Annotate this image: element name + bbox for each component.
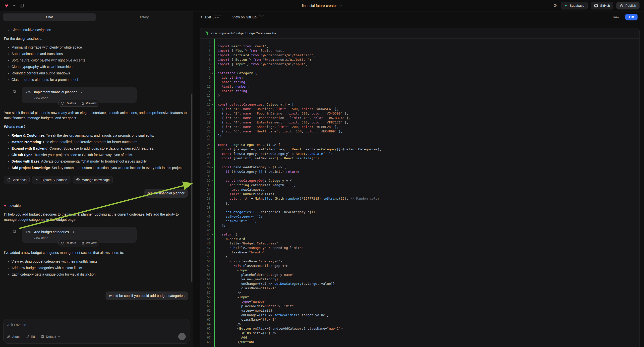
- file-header[interactable]: src/components/budget/BudgetCategories.t…: [200, 28, 639, 38]
- line-number: 66: [200, 331, 214, 335]
- visit-docs-button[interactable]: Visit docs: [4, 176, 30, 184]
- code-line: { id: '4', name: 'Entertainment', limit:…: [218, 120, 639, 125]
- version-card-title: Implement financial planner: [34, 90, 77, 95]
- bookmark-icon[interactable]: [12, 230, 16, 234]
- view-code-button[interactable]: View code: [33, 236, 48, 240]
- app-root: ♥ financial-future-creator ⚙ Supabase Gi…: [0, 0, 644, 347]
- line-number: 57: [200, 290, 214, 295]
- lovable-logo-button[interactable]: ♥: [4, 2, 9, 9]
- mode-selector[interactable]: Default: [41, 335, 60, 338]
- line-number: 18: [200, 116, 214, 120]
- code-line: <Plus size={16} />: [218, 331, 639, 335]
- code-line: <div className="space-y-6">: [218, 259, 639, 264]
- line-number: 10: [200, 80, 214, 84]
- code-line: { id: '5', name: 'Shopping', limit: 200,…: [218, 125, 639, 129]
- code-line: />: [218, 322, 639, 326]
- line-number: 19: [200, 120, 214, 125]
- version-card-title-row: </> Implement financial planner: [26, 90, 133, 95]
- list-item: GitHub Sync: Transfer your project's cod…: [12, 152, 188, 158]
- tab-chat[interactable]: Chat: [3, 14, 96, 21]
- line-number: 32▾: [200, 178, 214, 183]
- diff-button[interactable]: Diff: [625, 14, 638, 20]
- version-card-implement-financial-planner[interactable]: </> Implement financial planner View cod…: [22, 87, 137, 103]
- assistant-intro: I'll help you add budget categories to t…: [4, 212, 188, 222]
- code-line: title="Budget Categories": [218, 241, 639, 246]
- project-name: financial-future-creator: [302, 4, 337, 8]
- list-item: Refine & Customize: Tweak the design, an…: [12, 133, 188, 138]
- attach-button[interactable]: Attach: [7, 335, 22, 338]
- raw-button[interactable]: Raw: [610, 14, 622, 20]
- line-number: 23: [200, 138, 214, 143]
- bookmark-icon[interactable]: [12, 90, 16, 94]
- workspace-menu-button[interactable]: [12, 4, 16, 8]
- restore-icon: [61, 242, 64, 245]
- view-code-button[interactable]: View code: [33, 96, 48, 100]
- code-line: const handleAddCategory = () => {: [218, 165, 639, 170]
- code-line: [218, 160, 639, 165]
- restore-button[interactable]: Restore: [61, 102, 76, 105]
- line-number: 20: [200, 125, 214, 129]
- chat-message-list[interactable]: Clean, intuitive navigation For the desi…: [0, 23, 193, 317]
- manage-knowledge-button[interactable]: Manage knowledge: [73, 176, 113, 184]
- line-number: 46: [200, 241, 214, 246]
- paperclip-icon: [7, 335, 10, 338]
- external-link-icon: [82, 242, 84, 245]
- line-number: 64: [200, 322, 214, 326]
- arrow-up-icon: [180, 335, 184, 338]
- code-line: [218, 138, 639, 143]
- preview-button[interactable]: Preview: [82, 102, 96, 105]
- line-number: 38: [200, 205, 214, 210]
- chat-scrollbar[interactable]: [191, 94, 192, 282]
- view-on-github-button[interactable]: View on GitHub 6: [232, 15, 264, 19]
- chevron-right-icon: [72, 230, 75, 234]
- list-item: Clean, intuitive navigation: [12, 28, 188, 32]
- ready-paragraph: Your sleek financial planner is now read…: [4, 110, 188, 121]
- preview-button[interactable]: Preview: [82, 242, 96, 245]
- publish-button[interactable]: Publish: [616, 2, 640, 10]
- github-button[interactable]: GitHub: [591, 2, 614, 10]
- pencil-icon: [26, 335, 29, 338]
- version-card-title: Add budget categories: [34, 230, 69, 235]
- project-switcher[interactable]: financial-future-creator: [302, 0, 342, 12]
- github-label: GitHub: [600, 4, 610, 8]
- code-line: <Button onClick={handleAddCategory} clas…: [218, 326, 639, 331]
- code-line: [218, 205, 639, 210]
- line-number: 30: [200, 170, 214, 174]
- code-line: value={newLimit}: [218, 308, 639, 313]
- code-panel: Exit esc View on GitHub 6 Raw Diff src/c…: [193, 12, 644, 347]
- line-number: 17: [200, 111, 214, 116]
- chevron-down-icon: [339, 4, 342, 8]
- line-number: 42: [200, 223, 214, 228]
- code-line: { id: '2', name: 'Food & Dining', limit:…: [218, 111, 639, 116]
- line-number: 52: [200, 268, 214, 272]
- settings-button[interactable]: ⚙: [553, 2, 558, 9]
- code-line: { id: '6', name: 'Healthcare', limit: 15…: [218, 129, 639, 134]
- exit-button[interactable]: Exit esc: [200, 15, 221, 19]
- code-line: onChange={(e) => setNewCategory(e.target…: [218, 282, 639, 286]
- code-line: <ChartCard: [218, 237, 639, 241]
- line-number: 35: [200, 192, 214, 196]
- list-item: Clean typography with clear hierarchies: [12, 64, 188, 70]
- edit-button[interactable]: Edit: [26, 335, 36, 338]
- version-card-title-row: </> Add budget categories: [26, 230, 133, 235]
- code-view-switch: Raw Diff: [610, 14, 638, 20]
- chat-input[interactable]: Ask Lovable...: [7, 323, 114, 327]
- supabase-button[interactable]: Supabase: [560, 2, 588, 10]
- code-line: };: [218, 201, 639, 205]
- list-item: Add new budget categories with custom li…: [12, 265, 188, 270]
- send-button[interactable]: [178, 333, 186, 340]
- message-menu-button[interactable]: …: [184, 204, 188, 208]
- code-line: className="flex-1": [218, 318, 639, 322]
- version-card-toolbar: Restore Preview: [58, 100, 99, 106]
- restore-button[interactable]: Restore: [61, 242, 76, 245]
- code-line: const defaultCategories: Category[] = [: [218, 102, 639, 107]
- sidebar-toggle-button[interactable]: [19, 3, 24, 8]
- tab-history[interactable]: History: [97, 14, 190, 21]
- version-card-add-budget-categories[interactable]: </> Add budget categories View code Rest…: [22, 227, 137, 243]
- line-number: 55: [200, 282, 214, 286]
- line-number: 5: [200, 58, 214, 62]
- explore-supabase-button[interactable]: Explore Supabase: [32, 176, 70, 184]
- code-editor[interactable]: 12345678▾9101112131415▾16171819202122232…: [200, 38, 639, 347]
- collapse-file-button[interactable]: [632, 32, 635, 35]
- code-line: limit: Number(newLimit),: [218, 192, 639, 196]
